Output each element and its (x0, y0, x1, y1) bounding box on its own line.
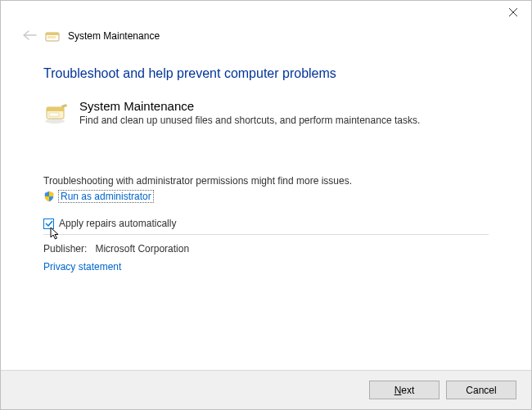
checkmark-icon (45, 219, 53, 228)
svg-rect-3 (46, 33, 59, 35)
apply-repairs-row: Apply repairs automatically (43, 218, 489, 229)
admin-link-row: Run as administrator (43, 190, 489, 203)
page-title: System Maintenance (68, 30, 160, 42)
section-row: System Maintenance Find and clean up unu… (43, 99, 489, 126)
svg-rect-7 (47, 107, 64, 111)
separator (43, 234, 489, 235)
close-button[interactable] (494, 1, 531, 24)
section-description: Find and clean up unused files and short… (79, 115, 420, 126)
titlebar (1, 1, 531, 25)
publisher-value: Microsoft Corporation (95, 243, 189, 255)
next-accesskey: N (394, 385, 402, 396)
footer: Next Cancel (1, 370, 531, 409)
troubleshooter-window: System Maintenance Troubleshoot and help… (0, 0, 532, 410)
section-title: System Maintenance (79, 99, 420, 113)
close-icon (509, 8, 517, 16)
next-rest: ext (401, 385, 414, 396)
shield-icon (43, 191, 55, 202)
cancel-button[interactable]: Cancel (446, 381, 516, 399)
next-button[interactable]: Next (369, 381, 440, 399)
section-text: System Maintenance Find and clean up unu… (79, 99, 420, 126)
svg-point-5 (45, 119, 65, 124)
header-row: System Maintenance (1, 25, 531, 52)
run-as-admin-link[interactable]: Run as administrator (58, 190, 154, 203)
privacy-statement-link[interactable]: Privacy statement (43, 261, 121, 273)
content-area: Troubleshoot and help prevent computer p… (1, 52, 531, 370)
back-arrow-icon (22, 29, 37, 43)
svg-rect-4 (47, 36, 56, 38)
svg-rect-8 (49, 113, 59, 116)
maintenance-header-icon (45, 29, 60, 43)
publisher-label: Publisher: (43, 243, 87, 255)
main-heading: Troubleshoot and help prevent computer p… (43, 66, 489, 81)
publisher-row: Publisher: Microsoft Corporation (43, 243, 489, 255)
apply-repairs-label: Apply repairs automatically (59, 218, 176, 229)
maintenance-section-icon (43, 99, 70, 125)
admin-note: Troubleshooting with administrator permi… (43, 175, 489, 187)
apply-repairs-checkbox[interactable] (43, 219, 54, 229)
